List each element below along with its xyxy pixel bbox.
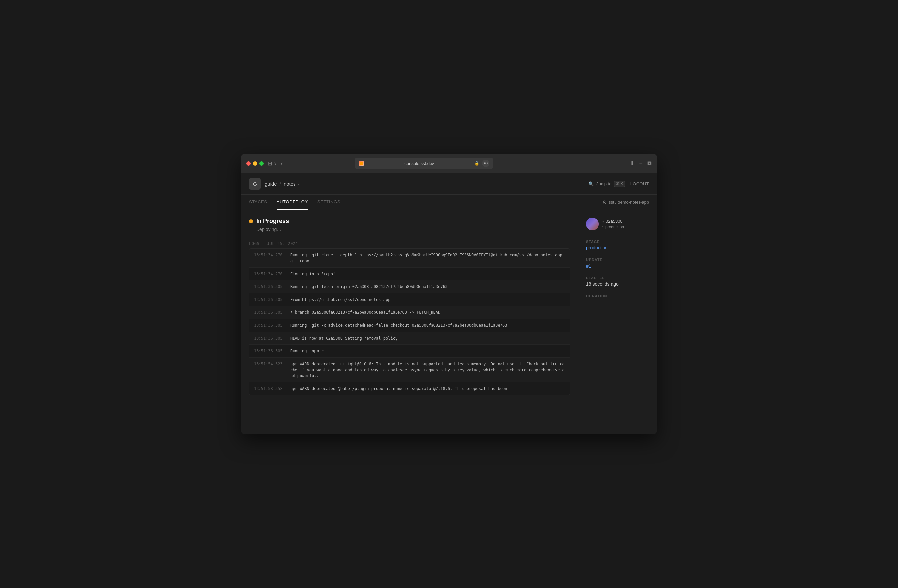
commit-info: ⬦ 02a5308 ⑂ production [586,218,649,230]
commit-details: ⬦ 02a5308 ⑂ production [602,219,624,229]
update-value: #1 [586,263,649,269]
github-link[interactable]: ⊙ sst / demo-notes-app [603,199,649,205]
started-section: STARTED 18 seconds ago [586,276,649,287]
search-icon: 🔍 [588,181,594,186]
app-logo[interactable]: G [249,178,261,190]
header-actions: 🔍 Jump to ⌘ K LOGOUT [588,181,649,187]
log-entry: 13:51:36.305 Running: npm ci [249,345,569,358]
tab-stages[interactable]: STAGES [249,195,268,210]
right-panel: ⬦ 02a5308 ⑂ production STAGE production … [578,210,657,434]
log-panel: In Progress Deploying… LOGS — JUL 25, 20… [241,210,578,434]
new-tab-icon[interactable]: + [639,160,643,167]
log-entry: 13:51:34.270 Running: git clone --depth … [249,249,569,268]
log-timestamp: 13:51:54.323 [254,361,290,379]
commit-branch-value: production [606,225,624,229]
stage-value: production [586,245,649,250]
maximize-button[interactable] [260,161,264,166]
log-entry: 13:51:36.305 Running: git -c advice.deta… [249,319,569,332]
browser-actions: ⬆ + ⧉ [630,160,652,167]
back-button[interactable]: ‹ [278,160,284,167]
log-message: * branch 02a5308fa082137cf7a2bea80db0eaa… [290,310,565,315]
log-entry: 13:51:36.305 From https://github.com/sst… [249,293,569,306]
github-label: sst / demo-notes-app [609,200,649,204]
close-button[interactable] [246,161,251,166]
breadcrumb: guide / notes ⌄ [265,181,300,187]
log-message: Running: git -c advice.detachedHead=fals… [290,322,565,328]
log-message: npm WARN deprecated inflight@1.0.6: This… [290,361,565,379]
minimize-button[interactable] [253,161,257,166]
log-message: HEAD is now at 02a5308 Setting removal p… [290,335,565,341]
app-header: G guide / notes ⌄ 🔍 Jump to ⌘ K LOGOUT [241,173,657,195]
main-content: In Progress Deploying… LOGS — JUL 25, 20… [241,210,657,434]
sidebar-toggle-icon[interactable]: ⊞ [268,160,272,167]
github-icon: ⊙ [603,199,607,205]
breadcrumb-separator: / [280,181,281,187]
log-timestamp: 13:51:36.305 [254,348,290,354]
update-label: UPDATE [586,258,649,262]
breadcrumb-current[interactable]: notes ⌄ [284,181,300,187]
log-message: Running: npm ci [290,348,565,354]
lock-icon: 🔒 [474,161,479,166]
breadcrumb-root[interactable]: guide [265,181,277,187]
breadcrumb-child-label: notes [284,181,296,187]
commit-hash-value: 02a5308 [606,219,623,224]
log-entry: 13:51:36.305 * branch 02a5308fa082137cf7… [249,306,569,319]
address-bar[interactable]: 🟧 console.sst.dev 🔒 ••• [355,158,493,169]
tabs-icon[interactable]: ⧉ [647,160,652,167]
browser-chrome: ⊞ ∨ ‹ 🟧 console.sst.dev 🔒 ••• ⬆ + ⧉ [241,154,657,173]
branch-icon: ⑂ [602,225,604,229]
k-key: K [620,182,623,186]
log-entry: 13:51:36.305 HEAD is now at 02a5308 Sett… [249,332,569,345]
log-timestamp: 13:51:58.358 [254,386,290,391]
stage-section: STAGE production [586,239,649,250]
traffic-lights [246,161,264,166]
log-timestamp: 13:51:36.305 [254,322,290,328]
jump-to-label: Jump to [596,181,611,186]
update-section: UPDATE #1 [586,258,649,269]
status-header: In Progress [249,218,570,225]
commit-hash: ⬦ 02a5308 [602,219,624,224]
chevron-down-icon: ∨ [274,161,277,166]
log-timestamp: 13:51:36.305 [254,310,290,315]
log-message: Running: git fetch origin 02a5308fa08213… [290,284,565,290]
log-timestamp: 13:51:36.305 [254,284,290,290]
favicon-icon: 🟧 [358,161,364,166]
started-label: STARTED [586,276,649,280]
log-message: From https://github.com/sst/demo-notes-a… [290,296,565,302]
commit-branch: ⑂ production [602,225,624,229]
log-timestamp: 13:51:34.270 [254,271,290,277]
status-subtitle: Deploying… [256,227,570,232]
tab-autodeploy[interactable]: AUTODEPLOY [277,195,308,210]
log-entry: 13:51:54.323 npm WARN deprecated infligh… [249,358,569,382]
log-date-header: LOGS — JUL 25, 2024 [249,239,570,249]
duration-label: DURATION [586,294,649,298]
url-display: console.sst.dev [366,161,472,166]
log-message: Cloning into 'repo'... [290,271,565,277]
status-title: In Progress [256,218,289,225]
duration-section: DURATION — [586,294,649,305]
tab-settings[interactable]: SETTINGS [317,195,340,210]
commit-icon: ⬦ [602,220,604,223]
status-dot [249,220,253,223]
browser-controls: ⊞ ∨ ‹ [268,160,284,167]
log-entry: 13:51:34.270 Cloning into 'repo'... [249,268,569,281]
avatar-image [586,218,598,230]
chevron-down-icon: ⌄ [297,181,300,186]
more-button[interactable]: ••• [482,160,489,167]
duration-value: — [586,299,649,305]
log-entry: 13:51:58.358 npm WARN deprecated @babel/… [249,382,569,395]
logout-button[interactable]: LOGOUT [630,181,649,186]
share-icon[interactable]: ⬆ [630,160,635,167]
keyboard-shortcut: ⌘ K [614,181,625,187]
avatar [586,218,598,230]
log-entry: 13:51:36.305 Running: git fetch origin 0… [249,281,569,293]
log-message: Running: git clone --depth 1 https://oau… [290,252,565,264]
nav-tabs: STAGES AUTODEPLOY SETTINGS ⊙ sst / demo-… [241,195,657,210]
log-timestamp: 13:51:36.305 [254,335,290,341]
log-timestamp: 13:51:36.305 [254,296,290,302]
jump-to-button[interactable]: 🔍 Jump to ⌘ K [588,181,625,187]
log-entries: 13:51:34.270 Running: git clone --depth … [249,249,570,395]
stage-label: STAGE [586,239,649,244]
log-timestamp: 13:51:34.270 [254,252,290,264]
cmd-key: ⌘ [616,182,620,186]
